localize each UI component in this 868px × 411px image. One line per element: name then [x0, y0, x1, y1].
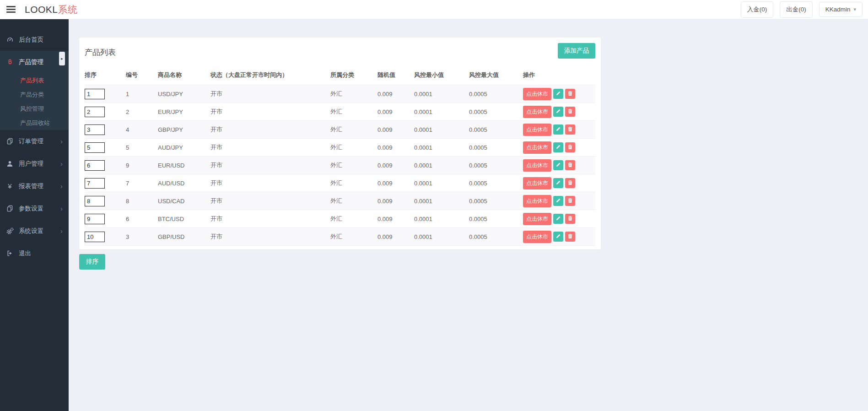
- delete-button[interactable]: [565, 160, 575, 170]
- sort-order-input[interactable]: [85, 142, 105, 153]
- sidebar-subitem-risk-management[interactable]: 风控管理: [0, 102, 69, 116]
- sort-order-input[interactable]: [85, 232, 105, 242]
- sidebar-item-label: 订单管理: [19, 137, 43, 146]
- sidebar-item-user-management[interactable]: 用户管理›: [0, 152, 69, 175]
- withdraw-button[interactable]: 出金(0): [780, 1, 813, 18]
- sidebar-item-order-management[interactable]: 订单管理›: [0, 130, 69, 152]
- yen-icon: ¥: [6, 183, 14, 189]
- cell-id: 8: [126, 192, 158, 210]
- gears-icon: [6, 227, 14, 235]
- delete-button[interactable]: [565, 124, 575, 135]
- user-icon: [6, 160, 14, 167]
- row-actions: 点击休市: [523, 177, 592, 189]
- cell-name: EUR/JPY: [158, 103, 210, 121]
- sidebar-subitem-product-category[interactable]: 产品分类: [0, 87, 69, 102]
- sidebar-item-label: 报表管理: [19, 182, 43, 190]
- sort-order-input[interactable]: [85, 89, 105, 99]
- close-market-button[interactable]: 点击休市: [523, 177, 551, 189]
- col-header-sort: 排序: [85, 68, 126, 85]
- table-row: 3GBP/USD开市外汇0.0090.00010.0005点击休市: [85, 228, 595, 246]
- table-row: 1USD/JPY开市外汇0.0090.00010.0005点击休市: [85, 85, 595, 103]
- sidebar-item-system-settings[interactable]: 系统设置›: [0, 220, 69, 242]
- user-name: KKadmin: [825, 6, 851, 13]
- edit-button[interactable]: [553, 107, 563, 117]
- cell-sort: [85, 174, 126, 192]
- cell-sort: [85, 228, 126, 246]
- product-table: 排序编号商品名称状态（大盘正常开市时间内）所属分类随机值风控最小值风控最大值操作…: [85, 68, 595, 246]
- cell-category: 外汇: [330, 174, 377, 192]
- sidebar-item-logout[interactable]: 退出: [0, 242, 69, 265]
- header-actions: 入金(0) 出金(0) KKadmin ▾: [741, 1, 863, 18]
- deposit-button[interactable]: 入金(0): [741, 1, 774, 18]
- cell-sort: [85, 157, 126, 174]
- edit-button[interactable]: [553, 142, 563, 152]
- cell-status: 开市: [210, 121, 330, 139]
- menu-toggle-icon[interactable]: [6, 5, 16, 14]
- close-market-button[interactable]: 点击休市: [523, 213, 551, 225]
- sidebar-subitem-product-list[interactable]: 产品列表: [0, 73, 69, 87]
- cell-riskmin: 0.0001: [414, 85, 469, 103]
- edit-button[interactable]: [553, 178, 563, 188]
- table-row: 9EUR/USD开市外汇0.0090.00010.0005点击休市: [85, 157, 595, 174]
- delete-button[interactable]: [565, 178, 575, 188]
- sort-order-input[interactable]: [85, 214, 105, 224]
- cell-name: BTC/USD: [158, 210, 210, 228]
- trash-icon: [567, 126, 573, 133]
- delete-button[interactable]: [565, 107, 575, 117]
- close-market-button[interactable]: 点击休市: [523, 124, 551, 136]
- chevron-right-icon: ›: [60, 227, 63, 234]
- sort-order-input[interactable]: [85, 160, 105, 171]
- cell-random: 0.009: [377, 157, 414, 174]
- sidebar-item-report-management[interactable]: ¥报表管理›: [0, 175, 69, 197]
- cell-status: 开市: [210, 157, 330, 174]
- edit-button[interactable]: [553, 232, 563, 242]
- trash-icon: [567, 91, 573, 97]
- cell-actions: 点击休市: [523, 228, 595, 246]
- edit-button[interactable]: [553, 124, 563, 135]
- pencil-icon: [555, 108, 561, 115]
- sort-submit-button[interactable]: 排序: [79, 254, 105, 270]
- chevron-right-icon: ›: [60, 160, 63, 167]
- close-market-button[interactable]: 点击休市: [523, 231, 551, 243]
- sidebar-subitem-product-recycle-bin[interactable]: 产品回收站: [0, 116, 69, 130]
- add-product-button[interactable]: 添加产品: [558, 43, 595, 59]
- delete-button[interactable]: [565, 196, 575, 206]
- close-market-button[interactable]: 点击休市: [523, 88, 551, 100]
- sidebar-item-dashboard[interactable]: 后台首页: [0, 28, 69, 51]
- cell-riskmin: 0.0001: [414, 139, 469, 157]
- sidebar-item-product-management[interactable]: 产品管理›: [0, 51, 69, 73]
- main-content: 产品列表 添加产品 排序编号商品名称状态（大盘正常开市时间内）所属分类随机值风控…: [69, 0, 868, 270]
- edit-button[interactable]: [553, 160, 563, 170]
- sidebar-collapse-handle[interactable]: ▸: [59, 52, 65, 65]
- cell-status: 开市: [210, 228, 330, 246]
- delete-button[interactable]: [565, 89, 575, 99]
- cell-id: 7: [126, 174, 158, 192]
- cell-category: 外汇: [330, 103, 377, 121]
- cell-name: GBP/JPY: [158, 121, 210, 139]
- edit-button[interactable]: [553, 89, 563, 99]
- sort-order-input[interactable]: [85, 196, 105, 206]
- cell-category: 外汇: [330, 210, 377, 228]
- sort-order-input[interactable]: [85, 107, 105, 117]
- sidebar-item-label: 后台首页: [19, 36, 43, 44]
- delete-button[interactable]: [565, 142, 575, 152]
- close-market-button[interactable]: 点击休市: [523, 106, 551, 118]
- close-market-button[interactable]: 点击休市: [523, 141, 551, 154]
- col-header-name: 商品名称: [158, 68, 210, 85]
- user-menu-button[interactable]: KKadmin ▾: [819, 2, 863, 17]
- delete-button[interactable]: [565, 232, 575, 242]
- sort-order-input[interactable]: [85, 178, 105, 189]
- col-header-riskmin: 风控最小值: [414, 68, 469, 85]
- cell-actions: 点击休市: [523, 85, 595, 103]
- sort-order-input[interactable]: [85, 124, 105, 135]
- edit-button[interactable]: [553, 214, 563, 224]
- row-actions: 点击休市: [523, 195, 592, 207]
- col-header-category: 所属分类: [330, 68, 377, 85]
- cell-actions: 点击休市: [523, 157, 595, 174]
- edit-button[interactable]: [553, 196, 563, 206]
- delete-button[interactable]: [565, 214, 575, 224]
- close-market-button[interactable]: 点击休市: [523, 159, 551, 172]
- close-market-button[interactable]: 点击休市: [523, 195, 551, 207]
- sidebar-item-label: 退出: [19, 249, 31, 258]
- sidebar-item-parameter-settings[interactable]: 参数设置›: [0, 197, 69, 220]
